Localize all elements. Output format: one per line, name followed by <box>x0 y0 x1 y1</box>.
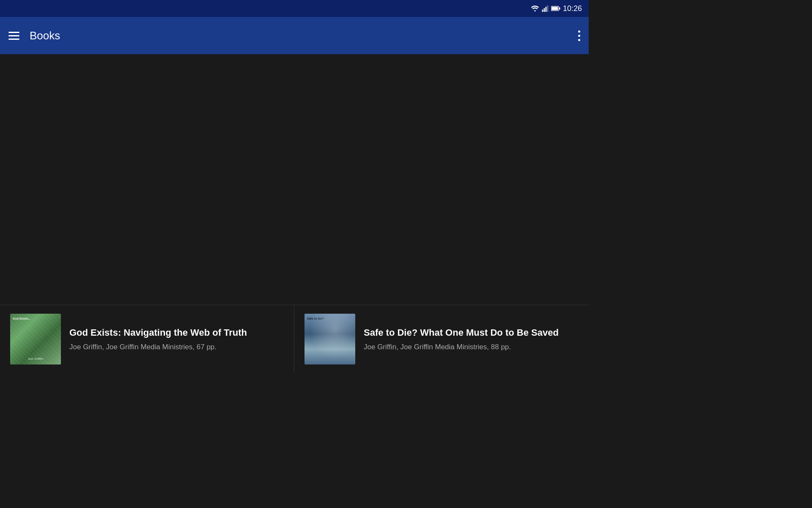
battery-icon <box>551 6 560 11</box>
svg-rect-6 <box>551 7 558 10</box>
main-content-area <box>0 54 589 305</box>
status-time: 10:26 <box>563 4 582 13</box>
book-item[interactable]: Safe to die? Safe to Die? What One Must … <box>294 305 589 373</box>
app-bar-left: Books <box>8 29 60 42</box>
status-icons: 10:26 <box>531 4 582 13</box>
svg-rect-2 <box>546 7 547 12</box>
app-bar: Books <box>0 17 589 54</box>
wifi-icon <box>531 5 539 12</box>
svg-rect-0 <box>542 10 543 12</box>
more-options-button[interactable] <box>578 30 580 41</box>
svg-rect-1 <box>544 8 545 12</box>
books-grid: God Exists... Joe Griffin God Exists: Na… <box>0 305 589 373</box>
book-info: Safe to Die? What One Must Do to Be Save… <box>364 327 579 352</box>
book-title: Safe to Die? What One Must Do to Be Save… <box>364 327 579 339</box>
book-meta: Joe Griffin, Joe Griffin Media Ministrie… <box>364 343 579 351</box>
book-title: God Exists: Navigating the Web of Truth <box>69 327 284 339</box>
svg-rect-3 <box>547 6 549 12</box>
svg-rect-5 <box>559 7 560 9</box>
status-bar: 10:26 <box>0 0 589 17</box>
page-title: Books <box>30 29 60 42</box>
hamburger-menu-button[interactable] <box>8 32 19 40</box>
book-cover-god-exists: God Exists... Joe Griffin <box>10 314 61 364</box>
book-cover-safe-to-die: Safe to die? <box>304 314 355 364</box>
book-item[interactable]: God Exists... Joe Griffin God Exists: Na… <box>0 305 294 373</box>
book-info: God Exists: Navigating the Web of Truth … <box>69 327 284 352</box>
signal-icon <box>542 5 549 12</box>
book-meta: Joe Griffin, Joe Griffin Media Ministrie… <box>69 343 284 351</box>
